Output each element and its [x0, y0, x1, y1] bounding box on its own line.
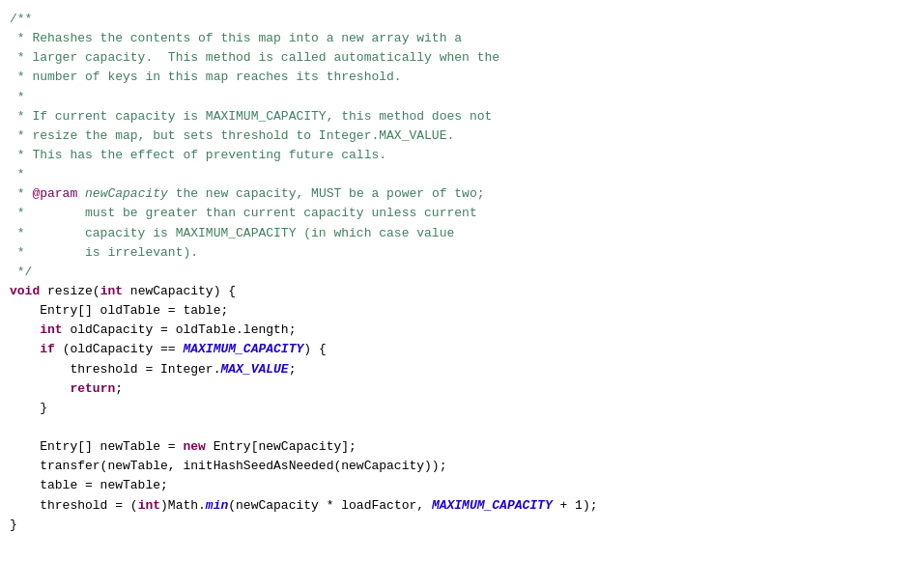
code-block: /** * Rehashes the contents of this map …	[10, 10, 898, 535]
code-container: /** * Rehashes the contents of this map …	[0, 0, 913, 588]
